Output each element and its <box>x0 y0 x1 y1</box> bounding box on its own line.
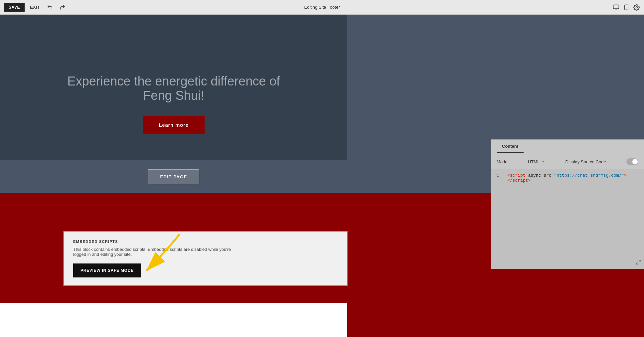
toolbar: SAVE EXIT Editing Site Footer <box>0 0 644 15</box>
edit-page-button[interactable]: EDIT PAGE <box>148 169 200 184</box>
embedded-scripts-title: EMBEDDED SCRIPTS <box>73 240 338 244</box>
display-source-label: Display Source Code <box>565 159 606 164</box>
chevron-down-icon <box>541 160 545 164</box>
undo-icon <box>47 4 53 10</box>
settings-button[interactable] <box>633 4 640 11</box>
exit-button[interactable]: EXIT <box>27 3 42 11</box>
learn-more-button[interactable]: Learn more <box>143 116 204 134</box>
panel-bottom-right <box>636 259 641 266</box>
panel-body: Mode HTML Display Source Code 1 <script … <box>491 153 644 269</box>
embedded-scripts-description: This block contains embedded scripts. Em… <box>73 247 240 257</box>
toolbar-right-icons <box>613 4 640 11</box>
svg-rect-0 <box>613 5 619 9</box>
redo-button[interactable] <box>58 3 68 12</box>
svg-point-5 <box>636 6 638 8</box>
desktop-view-button[interactable] <box>613 4 619 11</box>
redo-icon <box>60 4 66 10</box>
page-title: Editing Site Footer <box>304 5 340 10</box>
panel-tabs: Content <box>491 140 644 153</box>
code-line-content: <script async src="https://chat.sndrmsg.… <box>507 173 638 265</box>
mode-row: Mode HTML Display Source Code <box>497 158 638 165</box>
canvas-area: Experience the energetic difference of F… <box>0 15 644 337</box>
mode-select[interactable]: HTML <box>528 159 545 164</box>
code-editor[interactable]: 1 <script async src="https://chat.sndrms… <box>491 169 644 269</box>
code-line-number: 1 <box>497 173 502 265</box>
edit-page-section: EDIT PAGE <box>0 160 347 193</box>
expand-button[interactable] <box>636 259 641 266</box>
gear-icon <box>633 4 640 11</box>
display-source-toggle[interactable] <box>626 158 638 165</box>
preview-safe-mode-button[interactable]: PREVIEW IN SAFE MODE <box>73 263 141 277</box>
tab-content[interactable]: Content <box>497 140 524 153</box>
embedded-scripts-panel: EMBEDDED SCRIPTS This block contains emb… <box>63 231 348 286</box>
desktop-icon <box>613 4 619 11</box>
expand-icon <box>636 259 641 265</box>
mobile-view-button[interactable] <box>623 4 629 11</box>
svg-line-7 <box>639 260 640 262</box>
content-panel: Content Mode HTML Display Source Code 1 … <box>491 139 644 269</box>
save-button[interactable]: SAVE <box>4 3 25 12</box>
hero-title: Experience the energetic difference of F… <box>57 74 290 103</box>
svg-line-8 <box>636 262 638 264</box>
mobile-icon <box>623 4 629 11</box>
mode-value: HTML <box>528 159 540 164</box>
undo-button[interactable] <box>45 3 55 12</box>
mode-label: Mode <box>497 159 508 164</box>
